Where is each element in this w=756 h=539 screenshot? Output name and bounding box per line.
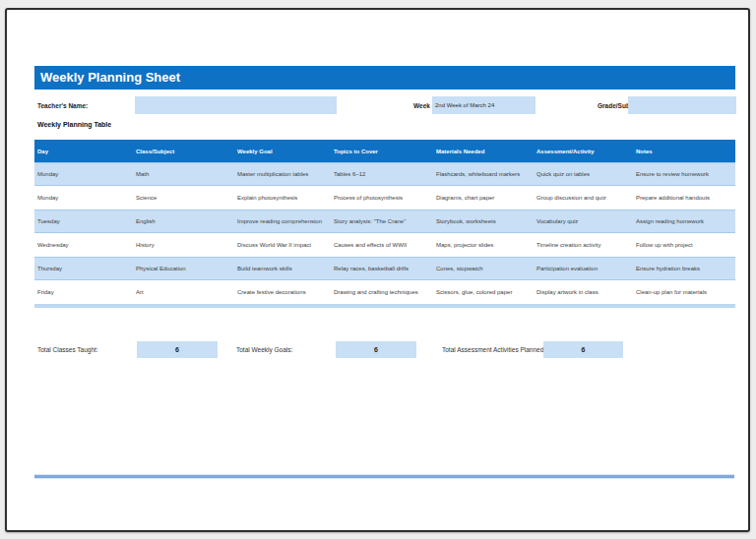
table-row: Wednesday History Discuss World War II i…	[34, 233, 735, 257]
cell-class-subject[interactable]: English	[133, 218, 234, 224]
weekly-planning-table: Day Class/Subject Weekly Goal Topics to …	[34, 140, 735, 308]
cell-class-subject[interactable]: Science	[133, 195, 234, 201]
cell-topics[interactable]: Process of photosynthesis	[331, 195, 433, 201]
cell-day[interactable]: Friday	[34, 289, 133, 295]
teacher-name-label: Teacher's Name:	[37, 102, 88, 109]
total-goals-value[interactable]: 6	[336, 341, 416, 358]
planning-sheet-page: Weekly Planning Sheet Teacher's Name: We…	[5, 8, 750, 532]
cell-weekly-goal[interactable]: Discuss World War II impact	[234, 242, 331, 248]
cell-materials[interactable]: Storybook, worksheets	[433, 218, 534, 224]
cell-topics[interactable]: Tables 6–12	[331, 171, 433, 177]
table-row: Thursday Physical Education Build teamwo…	[34, 257, 735, 280]
cell-day[interactable]: Monday	[34, 195, 133, 201]
grade-subject-input[interactable]	[628, 96, 736, 114]
header-cell-topics: Topics to Cover	[331, 149, 433, 154]
cell-assessment[interactable]: Group discussion and quiz	[534, 195, 633, 201]
week-of-input[interactable]: 2nd Week of March 24	[432, 96, 536, 114]
cell-weekly-goal[interactable]: Master multiplication tables	[234, 171, 331, 177]
cell-materials[interactable]: Diagrams, chart paper	[433, 195, 534, 201]
table-row: Friday Art Create festive decorations Dr…	[34, 280, 735, 304]
table-bottom-border	[34, 304, 735, 308]
table-row: Monday Math Master multiplication tables…	[34, 162, 735, 186]
header-cell-class-subject: Class/Subject	[133, 149, 234, 154]
total-assessments-label: Total Assessment Activities Planned:	[442, 341, 545, 358]
cell-class-subject[interactable]: History	[133, 242, 234, 248]
teacher-name-input[interactable]	[135, 96, 337, 114]
cell-assessment[interactable]: Timeline creation activity	[534, 242, 633, 248]
cell-class-subject[interactable]: Physical Education	[133, 266, 234, 271]
header-cell-day: Day	[34, 149, 133, 154]
weekly-planning-table-label: Weekly Planning Table	[37, 121, 111, 128]
total-classes-value[interactable]: 6	[137, 341, 218, 358]
header-cell-notes: Notes	[633, 149, 735, 154]
header-cell-materials: Materials Needed	[433, 149, 534, 154]
cell-topics[interactable]: Drawing and crafting techniques	[331, 289, 433, 295]
cell-weekly-goal[interactable]: Build teamwork skills	[234, 266, 331, 271]
table-row: Tuesday English Improve reading comprehe…	[34, 210, 735, 233]
header-cell-weekly-goal: Weekly Goal	[234, 149, 331, 154]
cell-topics[interactable]: Causes and effects of WWII	[331, 242, 433, 248]
page-title: Weekly Planning Sheet	[40, 70, 180, 85]
total-goals-label: Total Weekly Goals:	[236, 341, 292, 358]
cell-day[interactable]: Tuesday	[34, 218, 133, 224]
cell-class-subject[interactable]: Art	[133, 289, 234, 295]
cell-assessment[interactable]: Display artwork in class	[534, 289, 633, 295]
cell-assessment[interactable]: Vocabulary quiz	[534, 218, 633, 224]
cell-day[interactable]: Monday	[34, 171, 133, 177]
cell-notes[interactable]: Ensure to review homework	[633, 171, 735, 177]
header-cell-assessment: Assessment/Activity	[534, 149, 633, 154]
cell-materials[interactable]: Maps, projector slides	[433, 242, 534, 248]
cell-assessment[interactable]: Participation evaluation	[534, 266, 633, 271]
cell-materials[interactable]: Flashcards, whiteboard markers	[433, 171, 534, 177]
cell-materials[interactable]: Scissors, glue, colored paper	[433, 289, 534, 295]
cell-weekly-goal[interactable]: Improve reading comprehension	[234, 218, 331, 224]
cell-notes[interactable]: Prepare additional handouts	[633, 195, 735, 201]
cell-notes[interactable]: Assign reading homework	[633, 218, 735, 224]
cell-topics[interactable]: Relay races, basketball drills	[331, 266, 433, 271]
bottom-divider-line	[34, 475, 734, 478]
total-classes-label: Total Classes Taught:	[37, 341, 98, 358]
cell-materials[interactable]: Cones, stopwatch	[433, 266, 534, 271]
sheet-title-bar: Weekly Planning Sheet	[34, 66, 735, 90]
table-header-row: Day Class/Subject Weekly Goal Topics to …	[34, 140, 735, 162]
cell-class-subject[interactable]: Math	[133, 171, 234, 177]
cell-topics[interactable]: Story analysis: "The Crane"	[331, 218, 433, 224]
cell-notes[interactable]: Follow up with project	[633, 242, 735, 248]
total-assessments-value[interactable]: 6	[543, 341, 623, 358]
cell-day[interactable]: Thursday	[34, 266, 133, 271]
cell-weekly-goal[interactable]: Create festive decorations	[234, 289, 331, 295]
cell-weekly-goal[interactable]: Explain photosynthesis	[234, 195, 331, 201]
cell-assessment[interactable]: Quick quiz on tables	[534, 171, 633, 177]
cell-notes[interactable]: Ensure hydration breaks	[633, 266, 735, 271]
cell-day[interactable]: Wednesday	[34, 242, 133, 248]
cell-notes[interactable]: Clean-up plan for materials	[633, 289, 735, 295]
table-row: Monday Science Explain photosynthesis Pr…	[34, 186, 735, 210]
